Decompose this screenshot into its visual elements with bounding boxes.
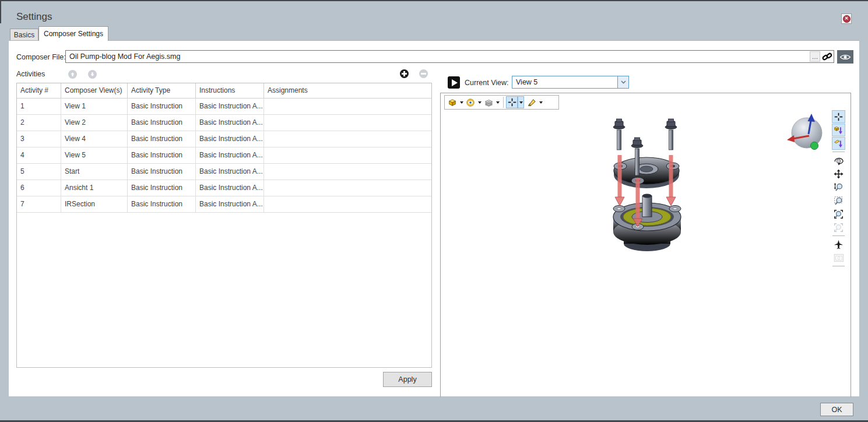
cell-assignments [264,196,431,212]
move-mode-button[interactable] [506,96,518,108]
chevron-down-icon [539,101,543,104]
cell-activity-number: 7 [17,196,61,212]
cell-composer-view: View 1 [61,99,128,114]
translate-part-button[interactable] [832,124,845,136]
table-row[interactable]: 5 Start Basic Instruction Basic Instruct… [17,164,431,180]
tab-composer-settings[interactable]: Composer Settings [38,26,108,41]
table-row[interactable]: 6 Ansicht 1 Basic Instruction Basic Inst… [17,180,431,196]
column-header-composer-views[interactable]: Composer View(s) [61,83,128,98]
chevron-down-icon [496,101,500,104]
play-icon [452,79,458,86]
cell-activity-type: Basic Instruction [128,99,196,114]
cell-instructions: Basic Instruction A... [196,99,264,114]
tab-basics[interactable]: Basics [10,29,38,41]
zoom-selection-button[interactable] [832,221,845,234]
window-title: Settings [16,11,52,23]
camera-button[interactable] [832,251,845,264]
column-header-activity-type[interactable]: Activity Type [128,83,196,98]
zoom-dynamic-button[interactable] [832,181,845,194]
orientation-gizmo[interactable] [786,111,830,155]
current-view-dropdown[interactable]: View 5 [512,76,629,89]
pan-button[interactable] [832,167,845,180]
play-button[interactable] [448,76,460,89]
flythrough-icon [834,240,844,249]
face-paint-icon [527,98,536,107]
cell-instructions: Basic Instruction A... [196,180,264,196]
flythrough-button[interactable] [832,238,845,251]
activities-table: Activity # Composer View(s) Activity Typ… [16,83,432,368]
crosshair-tool-button[interactable] [832,110,845,123]
orbit-button[interactable] [832,154,845,167]
ok-button[interactable]: OK [820,403,853,416]
cell-instructions: Basic Instruction A... [196,131,264,147]
zoom-fit-button[interactable] [832,208,845,220]
translate-face-button[interactable] [832,137,845,150]
remove-activity-button[interactable] [419,69,428,78]
cell-assignments [264,99,431,114]
layers-button[interactable] [483,96,494,108]
preview-toggle-button[interactable] [837,50,853,64]
table-row[interactable]: 7 IRSection Basic Instruction Basic Inst… [17,196,431,213]
cell-activity-number: 2 [17,115,61,131]
cell-activity-number: 4 [17,147,61,163]
composer-file-field[interactable]: … [65,50,834,63]
visibility-icon [466,98,475,107]
toolbar-separator [832,152,845,152]
cell-activity-type: Basic Instruction [128,147,196,163]
cell-instructions: Basic Instruction A... [196,115,264,131]
layers-icon [484,98,494,107]
cell-instructions: Basic Instruction A... [196,147,264,163]
pan-icon [834,169,844,179]
layers-dropdown[interactable] [494,96,501,108]
cell-composer-view: View 2 [61,115,128,131]
table-row[interactable]: 4 View 5 Basic Instruction Basic Instruc… [17,147,431,164]
move-activity-up-button[interactable] [68,70,77,79]
oil-pump-model[interactable] [595,108,711,254]
cell-assignments [264,115,431,131]
render-mode-button[interactable] [447,96,458,108]
arrow-up-icon [69,71,76,78]
chevron-down-icon [519,101,523,104]
translate-face-icon [834,139,844,149]
toolbar-separator [832,266,845,266]
close-button[interactable]: ✕ [841,13,852,24]
cell-instructions: Basic Instruction A... [196,196,264,212]
apply-button[interactable]: Apply [383,372,432,387]
crosshair-icon [834,112,843,121]
render-mode-dropdown[interactable] [458,96,465,108]
render-mode-icon [448,98,457,107]
viewport-side-toolbar [831,110,846,268]
chevron-down-icon [621,80,626,84]
toolbar-separator [503,97,504,108]
zoom-dynamic-icon [834,182,844,192]
table-row[interactable]: 1 View 1 Basic Instruction Basic Instruc… [17,99,431,115]
link-button[interactable] [821,51,834,62]
orbit-icon [834,156,844,166]
column-header-activity[interactable]: Activity # [17,83,61,98]
visibility-button[interactable] [465,96,476,108]
close-icon: ✕ [843,15,851,23]
table-row[interactable]: 2 View 2 Basic Instruction Basic Instruc… [17,115,431,131]
cell-activity-type: Basic Instruction [128,164,196,180]
visibility-dropdown[interactable] [476,96,483,108]
add-activity-button[interactable] [400,69,409,78]
composer-file-input[interactable] [66,51,810,62]
activities-label: Activities [16,70,45,78]
zoom-area-button[interactable] [832,194,845,207]
move-mode-dropdown[interactable] [518,96,524,108]
toolbar-separator [832,235,845,236]
move-activity-down-button[interactable] [88,70,97,79]
dropdown-button[interactable] [617,76,628,88]
face-paint-dropdown[interactable] [537,96,544,108]
face-paint-button[interactable] [526,96,537,108]
cell-activity-number: 5 [17,164,61,180]
viewer-toolbar [444,95,559,110]
table-row[interactable]: 3 View 4 Basic Instruction Basic Instruc… [17,131,431,147]
current-view-label: Current View: [465,79,509,87]
cell-composer-view: View 5 [61,147,128,163]
browse-button[interactable]: … [810,51,820,62]
cell-activity-type: Basic Instruction [128,180,196,196]
column-header-assignments[interactable]: Assignments [264,83,431,98]
cell-assignments [264,131,431,147]
column-header-instructions[interactable]: Instructions [196,83,264,98]
